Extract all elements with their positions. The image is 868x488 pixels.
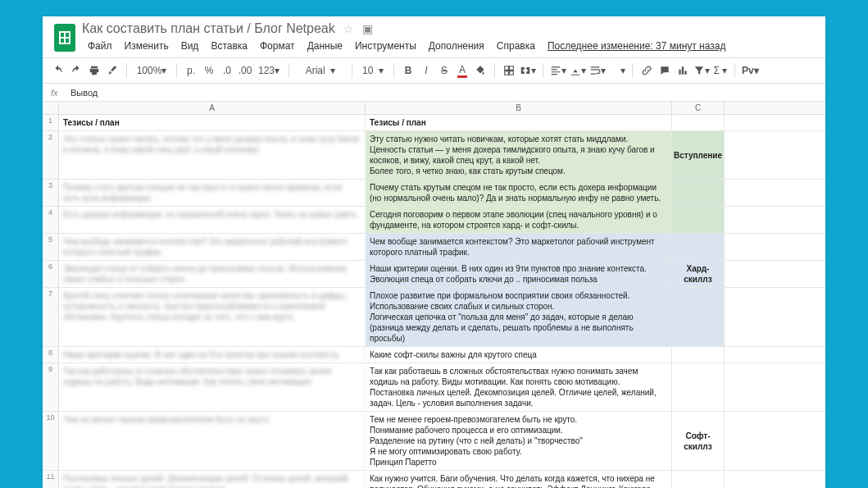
- cell[interactable]: [672, 363, 725, 411]
- text-color-button[interactable]: A: [455, 62, 470, 80]
- cell[interactable]: Сегодня поговорим о первом этапе эволюци…: [366, 207, 672, 233]
- font-size-select[interactable]: 10 ▾: [359, 62, 387, 80]
- menu-инструменты[interactable]: Инструменты: [349, 38, 422, 54]
- cell[interactable]: [672, 234, 725, 260]
- cell[interactable]: [672, 471, 725, 488]
- cell[interactable]: Есть дохера информации, но нормальной оч…: [59, 207, 366, 233]
- cell[interactable]: Вступление: [672, 131, 725, 179]
- row-header[interactable]: 9: [43, 363, 59, 411]
- table-row: 2Эту статью нужно читать, потому что у м…: [43, 131, 825, 180]
- cell[interactable]: Наши критерии оценки. В них один из 9ти …: [366, 261, 672, 287]
- move-folder-icon[interactable]: ▣: [362, 22, 373, 35]
- table-row: 6Эволюция спеца от собрать ключи до прин…: [43, 261, 825, 288]
- row-header[interactable]: 6: [43, 261, 59, 287]
- menu-вставка[interactable]: Вставка: [205, 38, 253, 54]
- cell[interactable]: Почему стать крутым спецом не так просто…: [59, 180, 366, 206]
- strike-button[interactable]: S: [437, 62, 452, 80]
- cell[interactable]: Крутой спец сочетает плохо сочетаемые ка…: [59, 288, 366, 346]
- font-select[interactable]: Arial ▾: [296, 62, 345, 80]
- decrease-decimal-button[interactable]: .0: [220, 62, 234, 80]
- filter-button[interactable]: ▾: [693, 62, 710, 80]
- italic-button[interactable]: I: [419, 62, 434, 80]
- cell[interactable]: [672, 180, 725, 206]
- cell[interactable]: Плохое развитие при формальном восприяти…: [366, 288, 672, 346]
- cell[interactable]: Чем вообще занимается контекстом? Это ма…: [366, 234, 672, 260]
- addon-button[interactable]: Pv ▾: [742, 62, 759, 80]
- v-align-button[interactable]: ▾: [570, 62, 586, 80]
- menu-файл[interactable]: Файл: [82, 38, 118, 54]
- cell[interactable]: Какие софт-скилы важны для крутого спеца: [366, 347, 672, 363]
- paint-format-icon[interactable]: [105, 62, 120, 80]
- format-currency-button[interactable]: р.: [184, 62, 198, 80]
- cell[interactable]: [672, 207, 725, 233]
- cell[interactable]: Софт-скиллз: [672, 412, 725, 470]
- row-header[interactable]: 8: [43, 347, 59, 363]
- row-header[interactable]: 4: [43, 207, 59, 233]
- fill-color-button[interactable]: [473, 62, 488, 80]
- row-header[interactable]: 3: [43, 180, 59, 206]
- row-header[interactable]: 7: [43, 288, 59, 346]
- cell[interactable]: Так как работаешь в сложных обстоятельст…: [59, 363, 366, 411]
- column-headers: A B C: [43, 102, 825, 115]
- zoom-select[interactable]: 100% ▾: [134, 62, 170, 80]
- menu-данные[interactable]: Данные: [302, 38, 348, 54]
- undo-icon[interactable]: [51, 62, 66, 80]
- more-formats-button[interactable]: 123 ▾: [256, 62, 282, 80]
- toolbar: 100% ▾ р. % .0 .00 123 ▾ Arial ▾ 10 ▾ B …: [43, 57, 825, 84]
- menu-дополнения[interactable]: Дополнения: [423, 38, 490, 54]
- print-icon[interactable]: [87, 62, 102, 80]
- comment-button[interactable]: [657, 62, 672, 80]
- chart-button[interactable]: [675, 62, 690, 80]
- cell[interactable]: Хард-скиллз: [672, 261, 725, 287]
- merge-button[interactable]: ▾: [520, 62, 536, 80]
- table-row: 7Крутой спец сочетает плохо сочетаемые к…: [43, 288, 825, 347]
- h-align-button[interactable]: ▾: [550, 62, 566, 80]
- col-header-c[interactable]: C: [672, 102, 725, 114]
- row-header[interactable]: 11: [43, 471, 59, 488]
- link-button[interactable]: [639, 62, 654, 80]
- sheets-logo-icon[interactable]: [54, 24, 75, 52]
- doc-title[interactable]: Как составить план статьи / Блог Netpeak: [82, 21, 335, 36]
- table-row: 10Тем не менее героем-превозмогателем бы…: [43, 412, 825, 471]
- cell[interactable]: Эволюция спеца от собрать ключи до прино…: [59, 261, 366, 287]
- table-row: 8Наши критерии оценки. В них один из 9ти…: [43, 347, 825, 363]
- rotate-button[interactable]: ▾: [609, 62, 625, 80]
- col-header-b[interactable]: B: [366, 102, 672, 114]
- formula-bar[interactable]: fx Вывод: [43, 84, 825, 102]
- cell[interactable]: Тем не менее героем-превозмогателем быть…: [59, 412, 366, 470]
- menu-изменить[interactable]: Изменить: [119, 38, 175, 54]
- cell[interactable]: [672, 115, 725, 130]
- bold-button[interactable]: B: [401, 62, 416, 80]
- cell[interactable]: Эту статью нужно читать новичкам, которы…: [366, 131, 672, 179]
- cell[interactable]: Тезисы / план: [366, 115, 672, 130]
- cell[interactable]: Как нужно учится. Баги обучения. Что дел…: [366, 471, 672, 488]
- cell[interactable]: [672, 347, 725, 363]
- cell[interactable]: Постановка личных целей. Декомпозиция це…: [59, 471, 366, 488]
- cell[interactable]: [672, 288, 725, 346]
- star-icon[interactable]: ☆: [343, 22, 354, 35]
- cell[interactable]: Так как работаешь в сложных обстоятельст…: [366, 363, 672, 411]
- wrap-button[interactable]: ▾: [589, 62, 606, 80]
- functions-button[interactable]: Σ ▾: [713, 62, 728, 80]
- col-header-a[interactable]: A: [59, 102, 366, 114]
- borders-button[interactable]: [502, 62, 516, 80]
- cell[interactable]: Наши критерии оценки. В них один из 9ти …: [59, 347, 366, 363]
- cell[interactable]: Тезисы / план: [59, 115, 366, 130]
- format-percent-button[interactable]: %: [202, 62, 216, 80]
- menu-вид[interactable]: Вид: [175, 38, 205, 54]
- cell[interactable]: Чем вообще занимается контекстом? Это ма…: [59, 234, 366, 260]
- redo-icon[interactable]: [69, 62, 84, 80]
- cell[interactable]: Почему стать крутым спецом не так просто…: [366, 180, 672, 206]
- increase-decimal-button[interactable]: .00: [238, 62, 252, 80]
- row-header[interactable]: 10: [43, 412, 59, 470]
- last-change-link[interactable]: Последнее изменение: 37 минут назад: [542, 38, 732, 54]
- fx-value: Вывод: [70, 88, 98, 98]
- menu-формат[interactable]: Формат: [254, 38, 301, 54]
- menu-справка[interactable]: Справка: [491, 38, 541, 54]
- cell[interactable]: Эту статью нужно читать, потому что у ме…: [59, 131, 366, 179]
- cell[interactable]: Тем не менее героем-превозмогателем быть…: [366, 412, 672, 470]
- row-header[interactable]: 5: [43, 234, 59, 260]
- titlebar: Как составить план статьи / Блог Netpeak…: [43, 16, 825, 54]
- row-header[interactable]: 2: [43, 131, 59, 179]
- row-header[interactable]: 1: [43, 115, 59, 130]
